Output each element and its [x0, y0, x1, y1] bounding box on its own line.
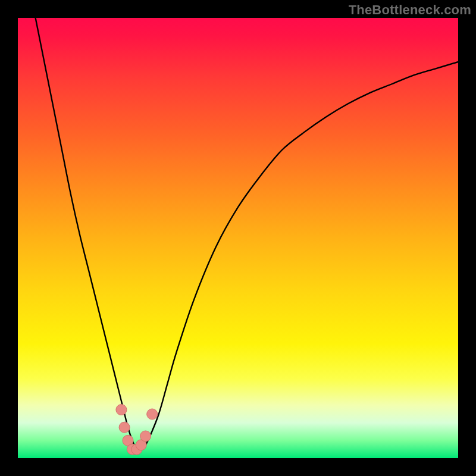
curve-marker	[116, 405, 127, 415]
bottleneck-curve	[36, 18, 458, 450]
curve-marker	[119, 422, 130, 433]
chart-plot-area	[18, 18, 458, 458]
curve-marker	[147, 409, 158, 419]
chart-svg	[18, 18, 458, 458]
curve-marker	[140, 431, 151, 441]
curve-markers	[116, 405, 158, 455]
watermark-text: TheBottleneck.com	[349, 2, 471, 18]
